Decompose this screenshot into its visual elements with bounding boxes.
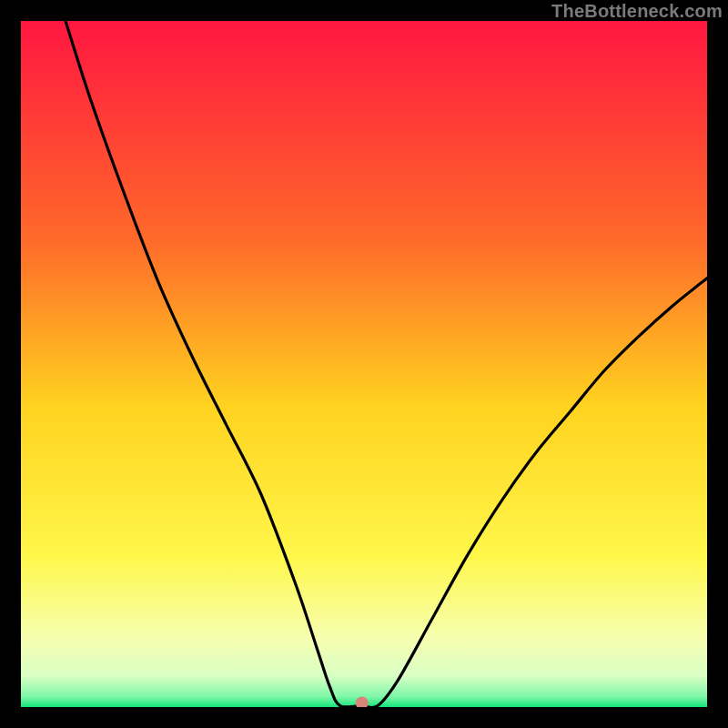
bottleneck-curve <box>66 21 707 707</box>
curve-layer <box>21 21 707 707</box>
plot-area <box>21 21 707 707</box>
watermark-text: TheBottleneck.com <box>551 1 723 22</box>
marker-dot <box>356 696 369 707</box>
chart-container: TheBottleneck.com <box>0 0 728 728</box>
